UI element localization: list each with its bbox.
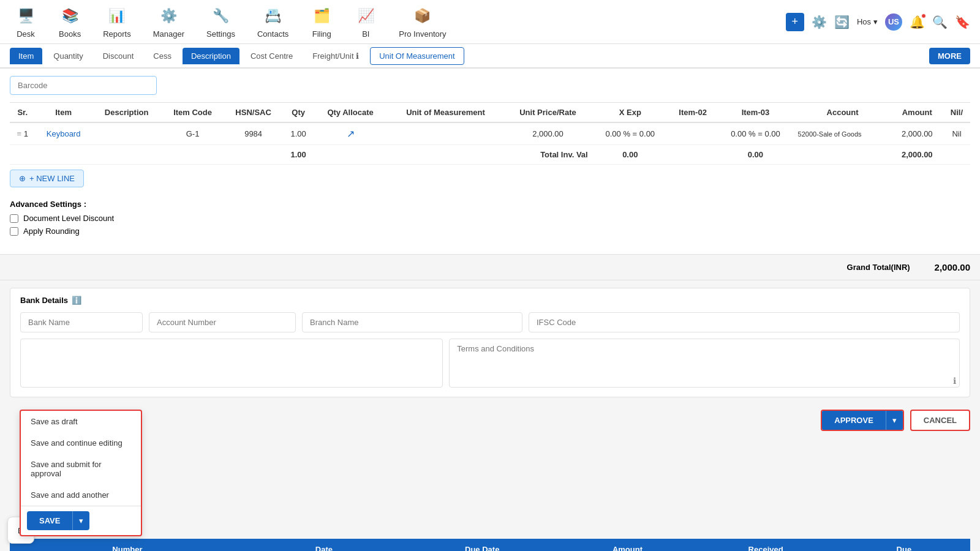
reports-icon: 📊 [106, 5, 128, 27]
apply-rounding-checkbox[interactable]: Apply Rounding [10, 227, 970, 236]
total-amount: 2,000.00 [891, 145, 943, 165]
last5-header-row: Number Date Due Date Amount Received Due [10, 539, 970, 551]
save-button[interactable]: SAVE [27, 511, 72, 530]
tabs-bar: Item Quantity Discount Cess Description … [0, 44, 980, 69]
branch-name-input[interactable] [302, 312, 522, 332]
cell-drag-handle[interactable]: ≡ 1 [10, 122, 35, 145]
ifsc-code-input[interactable] [529, 312, 960, 332]
nav-pro-inventory[interactable]: 📦 Pro Inventory [394, 2, 451, 41]
terms-left-textarea[interactable] [20, 339, 443, 388]
approve-dropdown-arrow[interactable]: ▾ [886, 411, 903, 430]
nav-reports[interactable]: 📊 Reports [98, 2, 136, 41]
cell-description[interactable] [92, 122, 162, 145]
cell-amount: 2,000.00 [891, 122, 943, 145]
cell-qty[interactable]: 1.00 [283, 122, 314, 145]
terms-info-icon[interactable]: ℹ [953, 376, 956, 386]
approve-cancel-area: APPROVE ▾ CANCEL [821, 410, 970, 431]
grand-total-amount: 2,000.00 [935, 262, 970, 272]
add-button[interactable]: + [786, 13, 804, 31]
save-and-submit-item[interactable]: Save and submit for approval [21, 454, 141, 484]
col-header-description: Description [92, 103, 162, 123]
bank-details-info-icon[interactable]: ℹ️ [72, 296, 81, 305]
bookmark-icon[interactable]: 🔖 [955, 15, 970, 29]
save-and-continue-item[interactable]: Save and continue editing [21, 432, 141, 454]
col-header-item03: Item-03 [717, 103, 794, 123]
nav-contacts[interactable]: 📇 Contacts [252, 2, 293, 41]
col-header-unit-price-rate: Unit Price/Rate [504, 103, 591, 123]
nav-items: 🖥️ Desk 📚 Books 📊 Reports ⚙️ Manager 🔧 S… [10, 2, 786, 41]
col-header-qty-allocate: Qty Allocate [314, 103, 387, 123]
col-header-unit-measurement: Unit of Measurement [387, 103, 505, 123]
col-header-item02: Item-02 [669, 103, 717, 123]
tab-cess[interactable]: Cess [145, 48, 180, 64]
books-icon: 📚 [59, 5, 81, 27]
table-row: ≡ 1 Keyboard G-1 9984 1.00 ↗ 2,000.00 0.… [10, 122, 970, 145]
barcode-input[interactable] [10, 76, 157, 95]
nav-settings[interactable]: 🔧 Settings [202, 2, 240, 41]
col-header-sr: Sr. [10, 103, 35, 123]
bank-details-header: Bank Details ℹ️ [20, 296, 960, 305]
document-level-discount-label: Document Level Discount [23, 214, 114, 223]
nav-filing-label: Filing [312, 29, 331, 39]
manager-icon: ⚙️ [157, 5, 179, 27]
terms-conditions-textarea[interactable] [449, 339, 960, 388]
nav-books-label: Books [59, 29, 81, 39]
account-number-input[interactable] [149, 312, 296, 332]
last5-table: Number Date Due Date Amount Received Due… [10, 539, 970, 551]
save-as-draft-item[interactable]: Save as draft [21, 411, 141, 432]
new-line-button[interactable]: ⊕ + NEW LINE [10, 170, 84, 187]
bank-name-input[interactable] [20, 312, 143, 332]
document-level-discount-checkbox[interactable]: Document Level Discount [10, 214, 970, 223]
nav-bi[interactable]: 📈 BI [350, 2, 382, 41]
col-header-qty: Qty [283, 103, 314, 123]
save-and-add-another-item[interactable]: Save and add another [21, 484, 141, 506]
last5-section: Last 5 Invoice Issued Number Date Due Da… [0, 525, 980, 551]
invoice-table: Sr. Item Description Item Code HSN/SAC Q… [10, 102, 970, 165]
nav-filing[interactable]: 🗂️ Filing [306, 2, 337, 41]
document-level-discount-input[interactable] [10, 214, 18, 223]
col-due: Due [838, 539, 970, 551]
cell-hsn-sac: 9984 [224, 122, 283, 145]
nav-manager[interactable]: ⚙️ Manager [148, 2, 189, 41]
tab-item[interactable]: Item [10, 48, 42, 64]
nav-desk-label: Desk [17, 29, 35, 39]
nav-manager-label: Manager [153, 29, 184, 39]
tab-description[interactable]: Description [183, 48, 239, 64]
col-date: Date [245, 539, 403, 551]
avatar[interactable]: US [885, 13, 902, 31]
tab-freight-unit[interactable]: Freight/Unit ℹ [304, 48, 368, 64]
advanced-settings-title: Advanced Settings : [10, 200, 970, 209]
cell-item[interactable]: Keyboard [35, 122, 91, 145]
save-dropdown-arrow[interactable]: ▾ [72, 511, 89, 530]
cell-unit-price-rate[interactable]: 2,000.00 [504, 122, 591, 145]
tab-discount[interactable]: Discount [94, 48, 143, 64]
approve-button[interactable]: APPROVE [822, 411, 886, 430]
nav-books[interactable]: 📚 Books [54, 2, 86, 41]
cell-item-code: G-1 [162, 122, 224, 145]
tab-unit-of-measurement[interactable]: Unit Of Measurement [370, 47, 464, 65]
tab-quantity[interactable]: Quantity [45, 48, 91, 64]
cell-item02 [669, 122, 717, 145]
last5-checkbox-row: Last 5 Invoice Issued [10, 525, 970, 534]
col-header-item-code: Item Code [162, 103, 224, 123]
cell-item03: 0.00 % = 0.00 [717, 122, 794, 145]
gear-icon[interactable]: ⚙️ [812, 15, 827, 29]
apply-rounding-input[interactable] [10, 227, 18, 236]
host-selector[interactable]: Hos ▾ [857, 17, 878, 26]
bottom-fields-row: ℹ [20, 339, 960, 389]
notification-badge[interactable]: 🔔 [910, 15, 925, 29]
nav-desk[interactable]: 🖥️ Desk [10, 2, 42, 41]
totals-row: 1.00 Total Inv. Val 0.00 0.00 2,000.00 [10, 145, 970, 165]
action-bar: Save as draft Save and continue editing … [0, 405, 980, 525]
more-button[interactable]: MORE [929, 48, 970, 64]
cell-account[interactable]: 52000-Sale of Goods [794, 122, 891, 145]
tab-cost-centre[interactable]: Cost Centre [242, 48, 301, 64]
switch-icon[interactable]: 🔄 [834, 15, 850, 29]
search-icon[interactable]: 🔍 [932, 15, 948, 29]
cell-qty-allocate[interactable]: ↗ [314, 122, 387, 145]
cell-x-exp: 0.00 % = 0.00 [592, 122, 669, 145]
col-header-hsn-sac: HSN/SAC [224, 103, 283, 123]
nav-bi-label: BI [362, 29, 369, 39]
advanced-settings: Advanced Settings : Document Level Disco… [10, 192, 970, 247]
cancel-button[interactable]: CANCEL [910, 410, 970, 431]
